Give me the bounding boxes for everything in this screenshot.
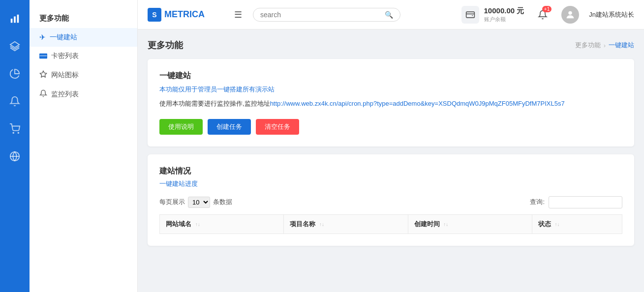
user-name: Jn建站系统站长 <box>589 10 634 19</box>
monitor-icon <box>39 89 47 99</box>
col-status: 状态 ↑↓ <box>532 214 622 234</box>
sort-icon-project[interactable]: ↑↓ <box>319 222 324 227</box>
url-prefix-text: 使用本功能需要进行监控操作,监控地址 <box>159 100 270 107</box>
quickbuild-card-desc: 本功能仅用于管理员一键搭建所有演示站 <box>159 85 622 94</box>
per-page-control: 每页展示 10 20 50 条数据 <box>159 197 232 208</box>
svg-point-5 <box>18 132 19 133</box>
search-input[interactable] <box>260 11 385 19</box>
chart-bar-icon[interactable] <box>0 5 30 32</box>
data-table: 网站域名 ↑↓ 项目名称 ↑↓ 创建时间 ↑↓ 状态 <box>159 214 622 234</box>
sidebar: 更多功能 ✈ 一键建站 卡密列表 网站图标 监控列表 <box>30 0 138 292</box>
hamburger-button[interactable]: ☰ <box>234 9 242 20</box>
sort-icon-created[interactable]: ↑↓ <box>443 222 448 227</box>
svg-marker-10 <box>40 71 46 77</box>
query-area: 查询: <box>530 196 622 208</box>
per-page-select[interactable]: 10 20 50 <box>188 197 210 208</box>
usage-guide-button[interactable]: 使用说明 <box>159 119 203 135</box>
svg-rect-2 <box>17 15 19 23</box>
quickbuild-card: 一键建站 本功能仅用于管理员一键搭建所有演示站 使用本功能需要进行监控操作,监控… <box>148 59 634 146</box>
balance-widget: 10000.00 元 账户余额 <box>461 6 524 24</box>
col-project: 项目名称 ↑↓ <box>284 214 408 234</box>
header: S METRICA ☰ 🔍 10000.00 元 账户余额 +1 <box>138 0 644 29</box>
sidebar-item-quickbuild[interactable]: ✈ 一键建站 <box>30 28 137 47</box>
query-label: 查询: <box>530 198 545 206</box>
pie-icon[interactable] <box>0 60 30 88</box>
logo: S METRICA <box>148 8 226 22</box>
button-row: 使用说明 创建任务 清空任务 <box>159 119 622 135</box>
quickbuild-card-url: 使用本功能需要进行监控操作,监控地址http://www.web.zx4k.cn… <box>159 99 622 109</box>
notification-badge: +1 <box>542 6 552 12</box>
sort-icon-domain[interactable]: ↑↓ <box>195 222 200 227</box>
page-header: 更多功能 更多功能 › 一键建站 <box>148 39 634 51</box>
avatar <box>561 6 579 24</box>
buildstatus-sub: 一键建站进度 <box>159 179 622 188</box>
col-domain: 网站域名 ↑↓ <box>160 214 284 234</box>
content-area: 更多功能 更多功能 › 一键建站 一键建站 本功能仅用于管理员一键搭建所有演示站… <box>138 29 644 292</box>
svg-point-4 <box>13 132 14 133</box>
balance-label: 账户余额 <box>484 16 524 23</box>
breadcrumb-current: 一键建站 <box>609 41 634 50</box>
create-task-button[interactable]: 创建任务 <box>208 119 251 135</box>
balance-amount: 10000.00 元 <box>484 6 524 16</box>
svg-rect-9 <box>40 55 47 57</box>
monitor-url-link[interactable]: http://www.web.zx4k.cn/api/cron.php?type… <box>270 100 565 107</box>
per-page-label: 每页展示 <box>159 198 185 206</box>
siteicon-icon <box>39 70 47 80</box>
sidebar-item-siteicon[interactable]: 网站图标 <box>30 65 137 85</box>
svg-rect-1 <box>14 16 16 23</box>
layers-icon[interactable] <box>0 32 30 60</box>
search-icon: 🔍 <box>385 11 393 19</box>
sidebar-item-monitorlist[interactable]: 监控列表 <box>30 85 137 104</box>
sidebar-title: 更多功能 <box>30 5 137 28</box>
table-controls: 每页展示 10 20 50 条数据 查询: <box>159 196 622 208</box>
query-input[interactable] <box>549 196 622 208</box>
header-right: 10000.00 元 账户余额 +1 Jn建站系统站长 <box>461 6 634 24</box>
breadcrumb: 更多功能 › 一键建站 <box>575 41 634 50</box>
logo-icon: S <box>148 8 161 22</box>
quickbuild-card-title: 一键建站 <box>159 71 622 81</box>
bell-icon-sidebar[interactable] <box>0 88 30 115</box>
cart-icon[interactable] <box>0 115 30 143</box>
wallet-icon <box>461 6 479 24</box>
logo-text: METRICA <box>164 9 205 20</box>
notification-button[interactable]: +1 <box>534 6 552 24</box>
buildstatus-title: 建站情况 <box>159 166 622 176</box>
buildstatus-card: 建站情况 一键建站进度 每页展示 10 20 50 条数据 查询: <box>148 154 634 246</box>
page-title: 更多功能 <box>148 39 183 51</box>
svg-point-12 <box>569 11 572 14</box>
per-page-unit: 条数据 <box>213 198 232 206</box>
card-icon <box>39 52 47 60</box>
svg-rect-0 <box>11 19 13 23</box>
sidebar-item-cardlist[interactable]: 卡密列表 <box>30 47 137 65</box>
table-header-row: 网站域名 ↑↓ 项目名称 ↑↓ 创建时间 ↑↓ 状态 <box>160 214 622 234</box>
main-area: S METRICA ☰ 🔍 10000.00 元 账户余额 +1 <box>138 0 644 292</box>
col-created: 创建时间 ↑↓ <box>408 214 532 234</box>
sort-icon-status[interactable]: ↑↓ <box>555 222 560 227</box>
globe-icon[interactable] <box>0 143 30 170</box>
breadcrumb-sep: › <box>604 42 606 49</box>
clear-task-button[interactable]: 清空任务 <box>256 119 299 135</box>
quickbuild-icon: ✈ <box>39 33 46 42</box>
svg-rect-11 <box>466 12 474 18</box>
breadcrumb-home[interactable]: 更多功能 <box>575 41 601 50</box>
search-bar: 🔍 <box>253 8 400 22</box>
balance-info: 10000.00 元 账户余额 <box>484 6 524 23</box>
icon-bar <box>0 0 30 292</box>
